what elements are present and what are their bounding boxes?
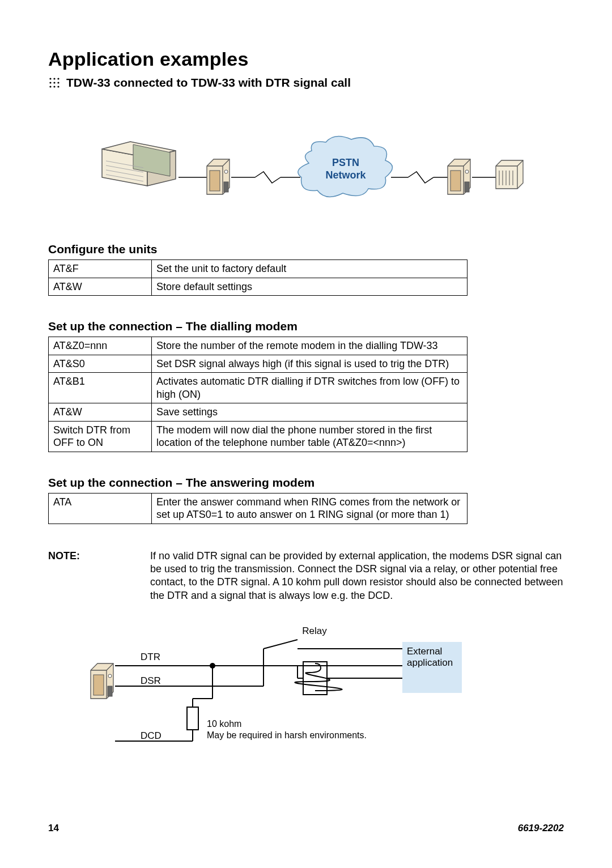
table-row: AT&S0Set DSR signal always high (if this…	[49, 355, 468, 373]
svg-point-8	[57, 86, 59, 87]
table-row: AT&Z0=nnnStore the number of the remote …	[49, 337, 468, 355]
cloud-label-1: PSTN	[332, 157, 359, 168]
table-row: AT&WStore default settings	[49, 278, 468, 296]
grid-icon	[48, 76, 61, 89]
section-heading: Configure the units	[48, 242, 564, 256]
dialling-table: AT&Z0=nnnStore the number of the remote …	[48, 337, 468, 452]
wiring-diagram: DTR DSR DCD Relay External application 1…	[88, 619, 462, 761]
answering-table: ATAEnter the answer command when RING co…	[48, 493, 468, 524]
page-title: Application examples	[48, 48, 564, 70]
cloud-icon: PSTN Network	[298, 137, 393, 197]
svg-point-7	[53, 86, 55, 87]
cloud-label-2: Network	[325, 169, 366, 181]
svg-line-29	[264, 640, 298, 649]
modem-icon	[207, 159, 230, 194]
svg-rect-37	[187, 707, 198, 730]
svg-rect-24	[108, 686, 112, 696]
svg-point-4	[53, 82, 55, 83]
svg-point-1	[53, 78, 55, 79]
section-heading: Set up the connection – The dialling mod…	[48, 320, 564, 333]
document-number: 6619-2202	[518, 823, 564, 834]
svg-rect-13	[450, 171, 461, 191]
relay-label: Relay	[302, 626, 327, 636]
svg-point-2	[57, 78, 59, 79]
section-subtitle: TDW-33 connected to TDW-33 with DTR sign…	[66, 76, 351, 90]
modem-icon	[91, 663, 113, 699]
external-label-2: application	[407, 657, 453, 668]
table-row: AT&WSave settings	[49, 403, 468, 422]
note-label: NOTE:	[48, 550, 139, 603]
svg-rect-12	[224, 182, 228, 192]
table-row: AT&B1Activates automatic DTR dialling if…	[49, 373, 468, 403]
dtr-label: DTR	[141, 652, 160, 662]
table-row: ATAEnter the answer command when RING co…	[49, 493, 468, 524]
table-row: AT&FSet the unit to factory default	[49, 260, 468, 278]
svg-rect-10	[210, 171, 220, 191]
svg-point-5	[57, 82, 59, 83]
svg-point-14	[465, 170, 469, 173]
modem-icon	[448, 159, 470, 194]
section-heading: Set up the connection – The answering mo…	[48, 476, 564, 490]
dcd-label: DCD	[141, 730, 162, 741]
network-diagram: PSTN Network	[85, 124, 527, 220]
external-label-1: External	[407, 646, 442, 657]
svg-point-6	[49, 86, 51, 87]
svg-rect-22	[94, 675, 104, 695]
svg-rect-15	[465, 182, 469, 192]
resistor-note: May be required in harsh environments.	[207, 730, 367, 740]
laptop-icon	[102, 142, 176, 186]
svg-point-0	[49, 78, 51, 79]
server-icon	[496, 160, 523, 189]
table-row: Switch DTR from OFF to ONThe modem will …	[49, 421, 468, 452]
dsr-label: DSR	[141, 675, 161, 686]
note-body: If no valid DTR signal can be provided b…	[150, 550, 564, 603]
resistor-label: 10 kohm	[207, 719, 241, 729]
svg-point-23	[108, 674, 112, 678]
page-number: 14	[48, 823, 59, 834]
svg-point-11	[224, 170, 228, 173]
svg-point-3	[49, 82, 51, 83]
configure-table: AT&FSet the unit to factory default AT&W…	[48, 259, 468, 296]
